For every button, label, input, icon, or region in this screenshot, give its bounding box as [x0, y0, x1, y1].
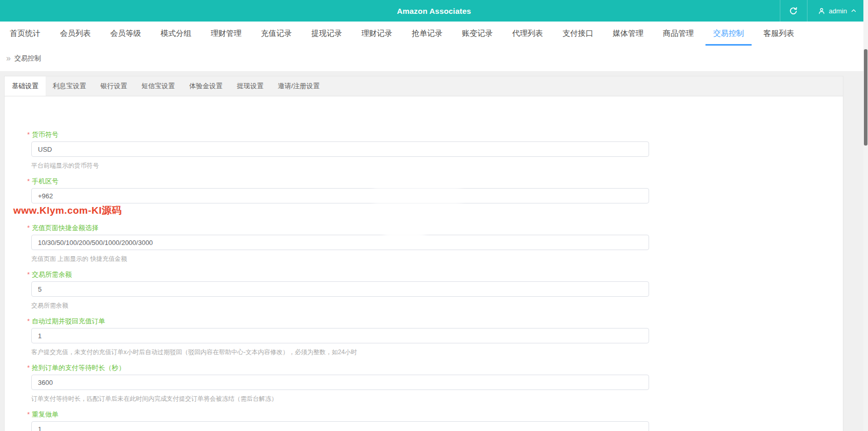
- settings-tab[interactable]: 提现设置: [230, 76, 271, 96]
- field-input[interactable]: [31, 188, 649, 203]
- nav-tab[interactable]: 媒体管理: [605, 22, 651, 46]
- username: admin: [829, 7, 847, 15]
- nav-tab[interactable]: 理财管理: [203, 22, 249, 46]
- field-input[interactable]: [31, 328, 649, 343]
- settings-tab[interactable]: 基础设置: [5, 76, 46, 96]
- field-input[interactable]: [31, 421, 649, 431]
- field-label: 手机区号: [32, 177, 58, 185]
- nav-tab[interactable]: 会员等级: [103, 22, 149, 46]
- required-asterisk: *: [27, 177, 30, 185]
- main-nav: 首页统计 会员列表 会员等级 模式分组 理财管理 充值记录 提现记录: [0, 22, 868, 46]
- field-input[interactable]: [31, 141, 649, 157]
- nav-tab-label: 会员等级: [110, 29, 141, 38]
- form-field: *货币符号 平台前端显示的货币符号: [31, 131, 843, 177]
- field-label-row: *交易所需余额: [27, 271, 843, 278]
- scrollbar-track[interactable]: [863, 0, 868, 431]
- chevron-up-icon: [851, 8, 857, 14]
- settings-tab[interactable]: 利息宝设置: [46, 76, 93, 96]
- field-label: 自动过期并驳回充值订单: [32, 317, 105, 325]
- field-input[interactable]: [31, 235, 649, 250]
- field-label-row: *抢到订单的支付等待时长（秒）: [27, 364, 843, 372]
- refresh-icon: [789, 7, 798, 15]
- nav-tab-label: 支付接口: [562, 29, 593, 38]
- nav-tab-label: 提现记录: [311, 29, 342, 38]
- field-label: 货币符号: [32, 131, 58, 138]
- settings-tab-label: 基础设置: [12, 81, 38, 91]
- app-title: Amazon Associates: [0, 0, 868, 22]
- settings-tab-bar: 基础设置 利息宝设置 银行设置 短信宝设置 体验金设置: [5, 76, 843, 96]
- field-label: 重复做单: [32, 411, 58, 418]
- nav-tab[interactable]: 代理列表: [504, 22, 551, 46]
- nav-tab[interactable]: 商品管理: [655, 22, 701, 46]
- nav-tab-label: 账变记录: [462, 29, 493, 38]
- form-field: *交易所需余额 交易所需余额: [31, 271, 843, 317]
- settings-tab-label: 短信宝设置: [142, 81, 175, 91]
- nav-tab-label: 充值记录: [261, 29, 292, 38]
- form-field: *重复做单: [31, 411, 843, 431]
- nav-tab-label: 媒体管理: [613, 29, 643, 38]
- settings-card: 基础设置 利息宝设置 银行设置 短信宝设置 体验金设置: [4, 76, 843, 431]
- field-label-row: *自动过期并驳回充值订单: [27, 317, 843, 325]
- nav-tab[interactable]: 抢单记录: [404, 22, 450, 46]
- field-label: 交易所需余额: [32, 271, 72, 278]
- scrollbar-thumb[interactable]: [864, 49, 867, 146]
- field-label: 抢到订单的支付等待时长（秒）: [32, 364, 125, 372]
- settings-tab[interactable]: 短信宝设置: [134, 76, 182, 96]
- required-asterisk: *: [27, 131, 30, 138]
- settings-tab-label: 利息宝设置: [53, 81, 86, 91]
- nav-tab[interactable]: 模式分组: [153, 22, 199, 46]
- content-area: 基础设置 利息宝设置 银行设置 短信宝设置 体验金设置: [0, 72, 868, 431]
- settings-tab-label: 银行设置: [100, 81, 127, 91]
- nav-tab-label: 客服列表: [763, 29, 794, 38]
- settings-tab[interactable]: 邀请/注册设置: [271, 76, 327, 96]
- nav-tab-label: 会员列表: [60, 29, 91, 38]
- field-input[interactable]: [31, 375, 649, 390]
- settings-tab[interactable]: 银行设置: [93, 76, 134, 96]
- field-help: 订单支付等待时长，匹配订单后未在此时间内完成支付提交订单将会被冻结（需后台解冻）: [31, 395, 843, 403]
- breadcrumb-chevrons-icon: »: [6, 54, 11, 63]
- form-field: *抢到订单的支付等待时长（秒） 订单支付等待时长，匹配订单后未在此时间内完成支付…: [31, 364, 843, 411]
- nav-tab[interactable]: 提现记录: [304, 22, 350, 46]
- nav-tab[interactable]: 客服列表: [756, 22, 802, 46]
- field-label-row: *充值页面快捷金额选择: [27, 224, 843, 232]
- user-icon: [818, 7, 825, 15]
- breadcrumb-label: 交易控制: [14, 54, 41, 63]
- required-asterisk: *: [27, 271, 30, 278]
- settings-form: *货币符号 平台前端显示的货币符号 *手机区号: [5, 96, 843, 431]
- nav-tab-label: 模式分组: [160, 29, 191, 38]
- settings-tab[interactable]: 体验金设置: [182, 76, 230, 96]
- field-label: 充值页面快捷金额选择: [32, 224, 98, 232]
- nav-tab[interactable]: 账变记录: [454, 22, 500, 46]
- nav-tab-label: 理财管理: [211, 29, 241, 38]
- nav-tab-label: 理财记录: [361, 29, 392, 38]
- nav-tab[interactable]: 交易控制: [705, 22, 752, 46]
- nav-tab-label: 交易控制: [713, 29, 744, 38]
- field-input[interactable]: [31, 281, 649, 297]
- nav-tab-label: 代理列表: [512, 29, 543, 38]
- breadcrumb: » 交易控制: [0, 46, 868, 72]
- nav-tab[interactable]: 支付接口: [555, 22, 601, 46]
- nav-tab[interactable]: 会员列表: [52, 22, 98, 46]
- nav-tab-label: 商品管理: [663, 29, 694, 38]
- user-menu[interactable]: admin: [808, 0, 868, 22]
- nav-tab[interactable]: 理财记录: [354, 22, 400, 46]
- form-field: *自动过期并驳回充值订单 客户提交充值，未支付的充值订单x小时后自动过期驳回（驳…: [31, 317, 843, 364]
- form-field: *手机区号: [31, 177, 843, 224]
- required-asterisk: *: [27, 364, 30, 372]
- field-label-row: *手机区号: [27, 177, 843, 185]
- field-label-row: *重复做单: [27, 411, 843, 418]
- nav-tab[interactable]: 首页统计: [2, 22, 48, 46]
- app-root: Amazon Associates admin: [0, 0, 868, 431]
- field-help: 平台前端显示的货币符号: [31, 161, 843, 170]
- refresh-button[interactable]: [780, 0, 807, 22]
- field-help: 交易所需余额: [31, 301, 843, 310]
- required-asterisk: *: [27, 317, 30, 325]
- field-help: 客户提交充值，未支付的充值订单x小时后自动过期驳回（驳回内容在帮助中心-文本内容…: [31, 348, 843, 357]
- header-actions: admin: [780, 0, 868, 22]
- field-label-row: *货币符号: [27, 131, 843, 138]
- form-field: *充值页面快捷金额选择 充值页面 上面显示的 快捷充值金额: [31, 224, 843, 271]
- required-asterisk: *: [27, 224, 30, 232]
- nav-tab[interactable]: 充值记录: [253, 22, 299, 46]
- nav-tab-label: 首页统计: [10, 29, 41, 38]
- required-asterisk: *: [27, 411, 30, 418]
